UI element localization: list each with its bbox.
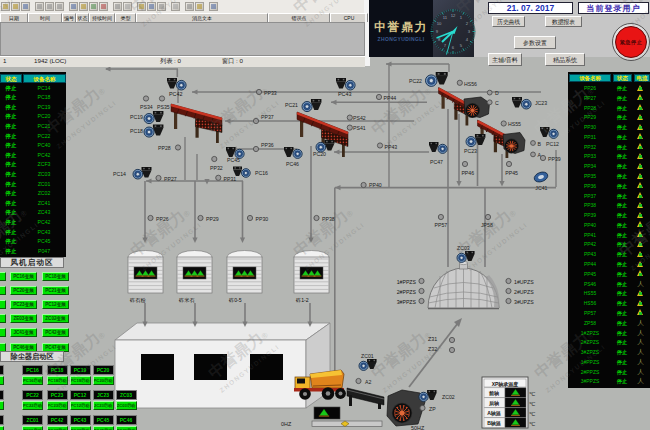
svg-text:PP40: PP40 [369, 182, 382, 188]
svg-text:11: 11 [443, 15, 448, 20]
svg-text:PC45: PC45 [227, 157, 240, 163]
svg-text:JC23: JC23 [535, 100, 547, 106]
svg-text:PP39: PP39 [548, 156, 561, 162]
svg-text:3#PPZS: 3#PPZS [397, 299, 417, 305]
svg-text:2#PPZS: 2#PPZS [397, 289, 417, 295]
svg-text:XP轴承温度: XP轴承温度 [492, 381, 519, 388]
svg-text:砟米石: 砟米石 [178, 297, 195, 303]
svg-text:PC20: PC20 [313, 151, 326, 157]
svg-text:0HZ: 0HZ [281, 421, 292, 427]
svg-text:1#UPZS: 1#UPZS [514, 279, 534, 285]
svg-text:砟石粉: 砟石粉 [129, 297, 146, 304]
svg-text:PP32: PP32 [210, 165, 223, 171]
svg-text:PC22: PC22 [409, 78, 422, 84]
svg-text:PC18: PC18 [130, 128, 143, 134]
svg-text:℃: ℃ [529, 391, 535, 397]
svg-text:ZP: ZP [429, 406, 436, 412]
svg-text:℃: ℃ [529, 411, 535, 417]
svg-text:ZC02: ZC02 [442, 394, 455, 400]
svg-text:B轴温: B轴温 [487, 420, 501, 427]
svg-text:12: 12 [451, 13, 456, 18]
svg-text:PC43: PC43 [338, 91, 352, 97]
svg-text:PC46: PC46 [286, 161, 299, 167]
svg-text:PC19: PC19 [130, 114, 143, 120]
svg-text:后轴: 后轴 [488, 400, 499, 407]
svg-text:D: D [495, 90, 499, 96]
svg-text:PP30: PP30 [256, 216, 269, 222]
svg-text:PP36: PP36 [261, 142, 274, 148]
svg-text:PP29: PP29 [206, 216, 219, 222]
svg-text:10: 10 [437, 21, 442, 26]
svg-text:PP57: PP57 [435, 222, 448, 228]
svg-text:PC47: PC47 [430, 159, 443, 165]
svg-text:PP45: PP45 [505, 170, 518, 176]
svg-text:PS34: PS34 [140, 104, 153, 110]
svg-text:℃: ℃ [529, 421, 535, 427]
svg-text:A轴温: A轴温 [487, 410, 501, 417]
svg-text:PC16: PC16 [255, 170, 268, 176]
svg-text:PP27: PP27 [164, 176, 177, 182]
svg-text:PC23: PC23 [464, 148, 477, 154]
svg-text:PP28: PP28 [158, 145, 171, 151]
svg-text:50HZ: 50HZ [411, 425, 425, 430]
svg-text:PC42: PC42 [169, 91, 183, 97]
svg-text:JC41: JC41 [535, 185, 547, 191]
svg-text:A2: A2 [365, 379, 371, 385]
svg-text:PP46: PP46 [461, 170, 474, 176]
svg-text:PS41: PS41 [353, 125, 366, 131]
svg-text:PP44: PP44 [384, 95, 397, 101]
svg-text:ZC01: ZC01 [361, 353, 374, 359]
svg-text:3#UPZS: 3#UPZS [514, 299, 534, 305]
svg-text:PC21: PC21 [285, 102, 298, 108]
svg-text:砟0-5: 砟0-5 [228, 297, 242, 303]
svg-text:砟1-2: 砟1-2 [295, 297, 309, 303]
svg-text:HS56: HS56 [464, 81, 477, 87]
svg-text:HS55: HS55 [508, 121, 521, 127]
svg-text:1#PPZS: 1#PPZS [397, 279, 417, 285]
svg-text:PS42: PS42 [353, 115, 366, 121]
svg-text:2#UPZS: 2#UPZS [514, 289, 534, 295]
svg-text:PP31: PP31 [224, 176, 237, 182]
svg-text:℃: ℃ [529, 401, 535, 407]
svg-text:PC14: PC14 [113, 171, 126, 177]
svg-text:PS35: PS35 [157, 104, 170, 110]
svg-text:C: C [495, 100, 499, 106]
svg-text:前轴: 前轴 [488, 390, 499, 397]
